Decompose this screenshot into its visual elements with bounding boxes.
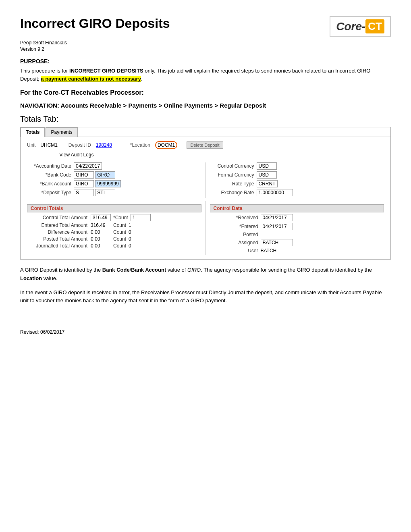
- ctrl-val-1: 316.49: [91, 222, 111, 228]
- accounting-date-row: *Accounting Date 04/22/2017: [27, 162, 201, 170]
- received-value: 04/21/2017: [261, 214, 293, 221]
- left-col: *Accounting Date 04/22/2017 *Bank Code G…: [27, 162, 206, 198]
- para1-bold3: Location: [20, 275, 42, 281]
- count-val-2: 0: [129, 229, 137, 235]
- logo: Core-CT: [330, 16, 391, 37]
- format-currency-row: Format Currency USD: [210, 171, 384, 179]
- unit-value: UHCM1: [40, 142, 58, 148]
- ctrl-label-4: Journalled Total Amount: [27, 243, 87, 249]
- count-label-1: Count: [113, 222, 126, 228]
- delete-deposit-button[interactable]: Delete Deposit: [187, 141, 223, 149]
- ctrl-val-4: 0.00: [91, 243, 111, 249]
- bank-code-value: GIRO: [74, 171, 94, 179]
- ctrl-label-1: Entered Total Amount: [27, 222, 87, 228]
- count-val-3: 0: [129, 236, 137, 242]
- deposit-type-label: *Deposit Type: [27, 190, 71, 195]
- nav-heading: NAVIGATION: Accounts Receivable > Paymen…: [20, 102, 391, 109]
- control-row-0: Control Total Amount 316.49 *Count 1: [27, 214, 201, 221]
- entered-row: *Entered 04/21/2017: [210, 223, 384, 230]
- deposit-id-value[interactable]: 198248: [96, 142, 112, 148]
- user-value: BATCH: [261, 248, 277, 254]
- right-col: Control Currency USD Format Currency USD…: [206, 162, 384, 198]
- deposit-type-box: STI: [95, 189, 115, 196]
- count-val-0: 1: [131, 214, 151, 221]
- purpose-text-after: .: [141, 76, 143, 82]
- bank-account-label: *Bank Account: [27, 181, 71, 187]
- for-section-heading: For the Core-CT Receivables Processor:: [20, 89, 391, 96]
- deposit-type-value: S: [74, 189, 94, 196]
- page-header: Incorrect GIRO Deposits Core-CT: [20, 16, 391, 37]
- view-audit-link[interactable]: View Audit Logs: [59, 152, 93, 158]
- highlight-cancellation: a payment cancellation is not necessary: [41, 76, 141, 82]
- tab-totals[interactable]: Totals: [21, 127, 45, 137]
- user-label: User: [210, 248, 258, 254]
- header-divider: [20, 53, 391, 53]
- rate-type-value: CRRNT: [257, 180, 278, 187]
- deposit-type-row: *Deposit Type S STI: [27, 189, 201, 196]
- count-label-3: Count: [113, 236, 126, 242]
- deposit-id-label: Deposit ID: [68, 142, 91, 148]
- count-val-4: 0: [129, 243, 137, 249]
- bank-account-row: *Bank Account GIRO 99999999: [27, 180, 201, 187]
- control-row-3: Posted Total Amount 0.00 Count 0: [27, 236, 201, 242]
- tab-bar: Totals Payments: [21, 127, 390, 137]
- control-row-2: Difference Amount 0.00 Count 0: [27, 229, 201, 235]
- format-currency-value: USD: [257, 171, 277, 179]
- entered-value: 04/21/2017: [261, 223, 293, 230]
- control-row-1: Entered Total Amount 316.49 Count 1: [27, 222, 201, 228]
- panel-body: Unit UHCM1 Deposit ID 198248 *Location D…: [21, 137, 390, 259]
- bank-account-value: GIRO: [74, 180, 94, 187]
- count-val-1: 1: [129, 222, 137, 228]
- exchange-rate-row: Exchange Rate 1.00000000: [210, 189, 384, 196]
- accounting-date-label: *Accounting Date: [27, 163, 71, 169]
- control-currency-value: USD: [257, 162, 277, 170]
- page-title: Incorrect GIRO Deposits: [20, 16, 170, 31]
- totals-tab-label: Totals Tab:: [20, 114, 391, 124]
- version: Version 9.2: [20, 46, 391, 52]
- control-data-col: Control Data *Received 04/21/2017 *Enter…: [206, 201, 384, 255]
- logo-ct-text: CT: [365, 19, 384, 33]
- purpose-text: This procedure is for INCORRECT GIRO DEP…: [20, 67, 391, 83]
- purpose-bold: INCORRECT GIRO DEPOSITS: [69, 68, 143, 74]
- ctrl-label-2: Difference Amount: [27, 229, 87, 235]
- two-col-layout: *Accounting Date 04/22/2017 *Bank Code G…: [27, 162, 384, 198]
- deposit-panel: Totals Payments Unit UHCM1 Deposit ID 19…: [20, 127, 391, 260]
- panel-row-audit: View Audit Logs: [27, 152, 384, 158]
- unit-label: Unit: [27, 142, 35, 148]
- user-row: User BATCH: [210, 248, 384, 254]
- received-row: *Received 04/21/2017: [210, 214, 384, 221]
- ctrl-label-3: Posted Total Amount: [27, 236, 87, 242]
- footer-revised: Revised: 06/02/2017: [20, 329, 391, 335]
- assigned-label: Assigned: [210, 240, 258, 245]
- purpose-heading: PURPOSE:: [20, 58, 391, 64]
- assigned-value: BATCH: [261, 239, 293, 246]
- count-label-2: Count: [113, 229, 126, 235]
- location-value: DOCM1: [155, 141, 177, 149]
- ctrl-val-2: 0.00: [91, 229, 111, 235]
- purpose-text-before: This procedure is for: [20, 68, 69, 74]
- ctrl-label-0: Control Total Amount: [27, 215, 87, 220]
- accounting-date-value: 04/22/2017: [74, 162, 102, 170]
- bank-account-box: 99999999: [95, 180, 120, 187]
- panel-row-unit: Unit UHCM1 Deposit ID 198248 *Location D…: [27, 141, 384, 149]
- control-totals-heading: Control Totals: [27, 204, 201, 212]
- para1-bold1: Bank Code: [102, 267, 130, 273]
- count-label-4: Count: [113, 243, 126, 249]
- control-currency-row: Control Currency USD: [210, 162, 384, 170]
- posted-label: Posted: [210, 232, 258, 237]
- para-1: A GIRO Deposit is identified by the Bank…: [20, 266, 391, 283]
- exchange-rate-label: Exchange Rate: [210, 190, 254, 195]
- format-currency-label: Format Currency: [210, 172, 254, 178]
- control-row-4: Journalled Total Amount 0.00 Count 0: [27, 243, 201, 249]
- control-data-heading: Control Data: [210, 204, 384, 212]
- tab-payments[interactable]: Payments: [46, 127, 77, 137]
- bank-code-label: *Bank Code: [27, 172, 71, 178]
- posted-row: Posted: [210, 232, 384, 237]
- bank-code-box: GIRO: [95, 171, 115, 179]
- para1-bold2: Bank Account: [131, 267, 166, 273]
- para-2: In the event a GIRO deposit is received …: [20, 289, 391, 305]
- control-currency-label: Control Currency: [210, 163, 254, 169]
- received-label: *Received: [210, 215, 258, 220]
- ctrl-val-3: 0.00: [91, 236, 111, 242]
- count-label-0: *Count: [113, 215, 128, 220]
